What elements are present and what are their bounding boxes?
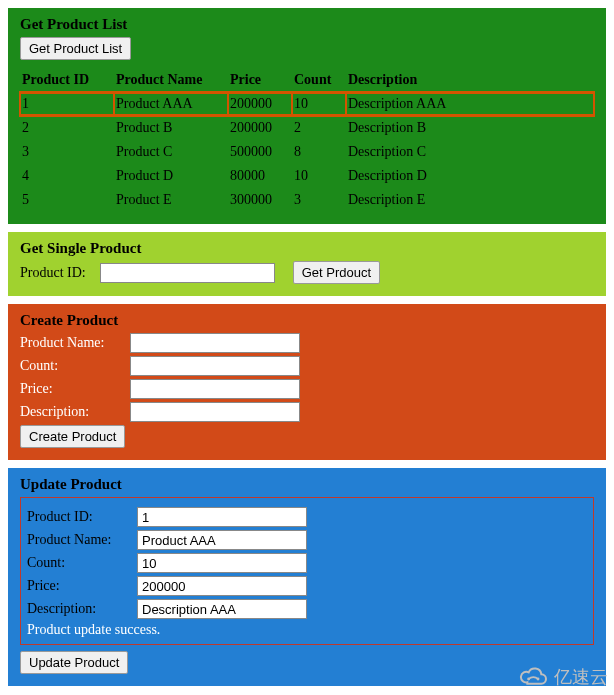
cell-price: 500000: [228, 140, 292, 164]
th-count: Count: [292, 68, 346, 92]
create-price-input[interactable]: [130, 379, 300, 399]
update-id-label: Product ID:: [27, 509, 137, 525]
update-title: Update Product: [20, 476, 594, 493]
cell-count: 3: [292, 188, 346, 212]
cell-id: 4: [20, 164, 114, 188]
update-product-button[interactable]: Update Product: [20, 651, 128, 674]
update-price-input[interactable]: [137, 576, 307, 596]
create-title: Create Product: [20, 312, 594, 329]
get-product-list-button[interactable]: Get Product List: [20, 37, 131, 60]
update-product-section: Update Product Product ID: Product Name:…: [8, 468, 606, 686]
cell-desc: Description AAA: [346, 92, 594, 116]
cell-id: 2: [20, 116, 114, 140]
cell-name: Product E: [114, 188, 228, 212]
create-name-label: Product Name:: [20, 335, 130, 351]
get-single-title: Get Single Product: [20, 240, 594, 257]
cell-desc: Description B: [346, 116, 594, 140]
get-product-button[interactable]: Get Prdouct: [293, 261, 380, 284]
cell-price: 300000: [228, 188, 292, 212]
cell-count: 8: [292, 140, 346, 164]
cell-count: 10: [292, 92, 346, 116]
get-product-list-section: Get Product List Get Product List Produc…: [8, 8, 606, 224]
get-list-title: Get Product List: [20, 16, 594, 33]
cell-count: 2: [292, 116, 346, 140]
cell-count: 10: [292, 164, 346, 188]
cell-desc: Description E: [346, 188, 594, 212]
create-price-label: Price:: [20, 381, 130, 397]
create-count-input[interactable]: [130, 356, 300, 376]
product-table: Product ID Product Name Price Count Desc…: [20, 68, 594, 212]
update-desc-input[interactable]: [137, 599, 307, 619]
cell-price: 80000: [228, 164, 292, 188]
cell-id: 3: [20, 140, 114, 164]
update-price-label: Price:: [27, 578, 137, 594]
cell-price: 200000: [228, 92, 292, 116]
update-id-input[interactable]: [137, 507, 307, 527]
table-row[interactable]: 3Product C5000008Description C: [20, 140, 594, 164]
create-product-section: Create Product Product Name: Count: Pric…: [8, 304, 606, 460]
create-desc-label: Description:: [20, 404, 130, 420]
cell-id: 1: [20, 92, 114, 116]
single-id-label: Product ID:: [20, 265, 86, 281]
table-row[interactable]: 5Product E3000003Description E: [20, 188, 594, 212]
cell-desc: Description D: [346, 164, 594, 188]
create-name-input[interactable]: [130, 333, 300, 353]
table-row[interactable]: 2Product B2000002Description B: [20, 116, 594, 140]
create-desc-input[interactable]: [130, 402, 300, 422]
update-count-input[interactable]: [137, 553, 307, 573]
update-count-label: Count:: [27, 555, 137, 571]
cell-id: 5: [20, 188, 114, 212]
table-row[interactable]: 4Product D8000010Description D: [20, 164, 594, 188]
cell-name: Product C: [114, 140, 228, 164]
single-id-input[interactable]: [100, 263, 275, 283]
update-name-label: Product Name:: [27, 532, 137, 548]
create-product-button[interactable]: Create Product: [20, 425, 125, 448]
cell-desc: Description C: [346, 140, 594, 164]
table-row[interactable]: 1Product AAA20000010Description AAA: [20, 92, 594, 116]
update-status-message: Product update success.: [27, 622, 587, 638]
cell-name: Product AAA: [114, 92, 228, 116]
cell-name: Product B: [114, 116, 228, 140]
th-desc: Description: [346, 68, 594, 92]
update-form-box: Product ID: Product Name: Count: Price: …: [20, 497, 594, 645]
cell-price: 200000: [228, 116, 292, 140]
th-price: Price: [228, 68, 292, 92]
update-name-input[interactable]: [137, 530, 307, 550]
th-name: Product Name: [114, 68, 228, 92]
cell-name: Product D: [114, 164, 228, 188]
get-single-product-section: Get Single Product Product ID: Get Prdou…: [8, 232, 606, 296]
th-id: Product ID: [20, 68, 114, 92]
create-count-label: Count:: [20, 358, 130, 374]
update-desc-label: Description:: [27, 601, 137, 617]
